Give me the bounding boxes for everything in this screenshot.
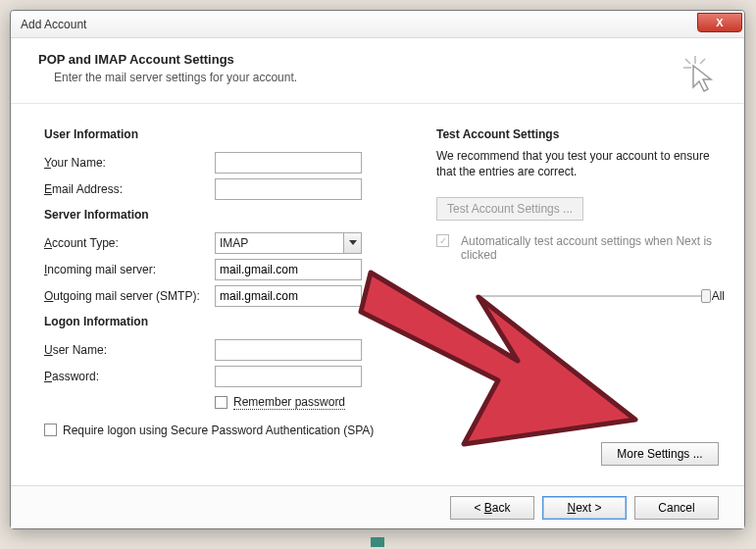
section-server-info: Server Information bbox=[44, 208, 413, 222]
cancel-button[interactable]: Cancel bbox=[634, 496, 719, 520]
right-column: Test Account Settings We recommend that … bbox=[436, 122, 725, 437]
slider-thumb[interactable] bbox=[701, 289, 711, 303]
test-blurb: We recommend that you test your account … bbox=[436, 149, 725, 179]
more-settings-button[interactable]: More Settings ... bbox=[601, 442, 719, 466]
resize-handle-icon bbox=[371, 537, 384, 547]
email-input[interactable] bbox=[215, 178, 362, 200]
label-your-name: Your Name: bbox=[44, 156, 215, 170]
label-email: Email Address: bbox=[44, 182, 215, 196]
row-auto-test: ✓ Automatically test account settings wh… bbox=[436, 234, 725, 262]
section-logon-info: Logon Information bbox=[44, 315, 413, 328]
section-test: Test Account Settings bbox=[436, 127, 725, 141]
section-user-info: User Information bbox=[44, 127, 413, 141]
outgoing-server-input[interactable] bbox=[215, 285, 362, 307]
window-title: Add Account bbox=[21, 18, 86, 31]
mail-offline-slider[interactable] bbox=[476, 295, 706, 297]
chevron-down-icon bbox=[343, 233, 361, 253]
incoming-server-input[interactable] bbox=[215, 259, 362, 280]
next-button[interactable]: Next > bbox=[542, 496, 627, 520]
label-incoming: Incoming mail server: bbox=[44, 263, 215, 276]
row-account-type: Account Type: IMAP bbox=[44, 229, 413, 256]
remember-password-checkbox[interactable] bbox=[215, 396, 227, 409]
cursor-sparkle-icon bbox=[680, 54, 719, 93]
dialog-body: User Information Your Name: Email Addres… bbox=[11, 104, 744, 437]
mail-offline-slider-row: All bbox=[436, 289, 725, 303]
user-name-input[interactable] bbox=[215, 339, 362, 361]
row-incoming: Incoming mail server: bbox=[44, 256, 413, 282]
row-outgoing: Outgoing mail server (SMTP): bbox=[44, 282, 413, 309]
close-icon: X bbox=[716, 17, 723, 28]
banner-title: POP and IMAP Account Settings bbox=[38, 52, 680, 67]
banner-subtitle: Enter the mail server settings for your … bbox=[38, 71, 680, 84]
row-your-name: Your Name: bbox=[44, 149, 413, 175]
svg-line-3 bbox=[700, 59, 705, 64]
row-user-name: User Name: bbox=[44, 336, 413, 363]
label-user-name: User Name: bbox=[44, 343, 215, 357]
your-name-input[interactable] bbox=[215, 152, 362, 174]
row-remember-password: Remember password bbox=[44, 395, 413, 410]
dialog-button-bar: < Back Next > Cancel bbox=[11, 485, 744, 528]
banner: POP and IMAP Account Settings Enter the … bbox=[11, 38, 744, 104]
spa-checkbox[interactable] bbox=[44, 424, 57, 436]
row-email: Email Address: bbox=[44, 175, 413, 202]
svg-line-2 bbox=[685, 59, 690, 64]
label-account-type: Account Type: bbox=[44, 236, 215, 250]
password-input[interactable] bbox=[215, 366, 362, 387]
left-column: User Information Your Name: Email Addres… bbox=[44, 122, 413, 437]
label-outgoing: Outgoing mail server (SMTP): bbox=[44, 289, 215, 303]
slider-label-all: All bbox=[712, 289, 725, 303]
row-password: Password: bbox=[44, 363, 413, 389]
label-password: Password: bbox=[44, 370, 215, 383]
add-account-dialog: Add Account X POP and IMAP Account Setti… bbox=[10, 10, 745, 529]
titlebar: Add Account X bbox=[11, 11, 744, 38]
row-spa: Require logon using Secure Password Auth… bbox=[44, 424, 413, 437]
auto-test-checkbox[interactable]: ✓ bbox=[436, 234, 449, 247]
label-remember-password: Remember password bbox=[233, 395, 345, 410]
label-auto-test: Automatically test account settings when… bbox=[461, 234, 725, 262]
close-button[interactable]: X bbox=[697, 13, 742, 32]
account-type-select[interactable]: IMAP bbox=[215, 232, 362, 254]
test-account-settings-button[interactable]: Test Account Settings ... bbox=[436, 197, 583, 221]
account-type-value: IMAP bbox=[220, 236, 248, 250]
back-button[interactable]: < Back bbox=[450, 496, 534, 520]
label-spa: Require logon using Secure Password Auth… bbox=[63, 424, 374, 437]
